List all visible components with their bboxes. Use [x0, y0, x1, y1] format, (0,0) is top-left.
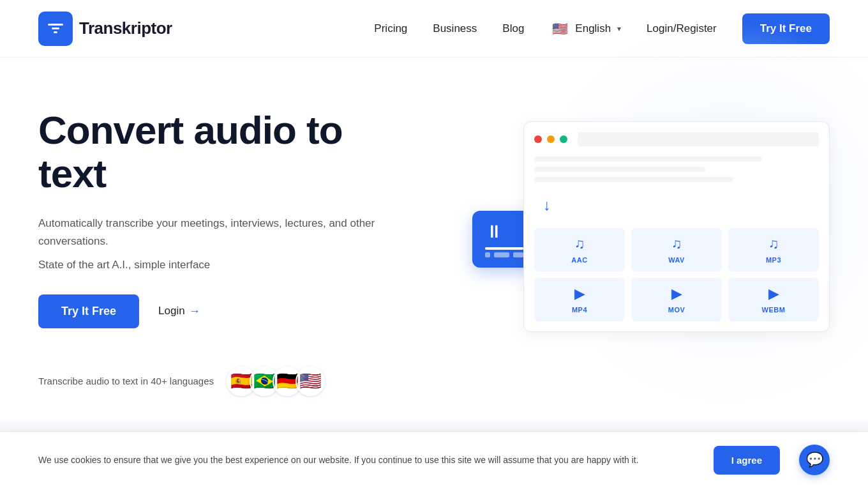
- format-grid: ♫ AAC ♫ WAV ♫ MP3 ▶ MP4 ▶ MOV: [534, 228, 819, 321]
- lang-label: English: [575, 22, 611, 35]
- chat-icon: 💬: [806, 452, 823, 468]
- nav-links: Pricing Business Blog 🇺🇸 English ▾ Login…: [374, 13, 830, 44]
- hero-illustration: ⏸: [472, 96, 830, 370]
- languages-label: Transcribe audio to text in 40+ language…: [38, 376, 214, 386]
- languages-row: Transcribe audio to text in 40+ language…: [38, 367, 408, 396]
- download-section: ↓: [534, 192, 819, 218]
- audio-icon-mp3: ♫: [768, 236, 779, 252]
- hero-state-label: State of the art A.I., simple interface: [38, 259, 408, 271]
- audio-icon: ♫: [574, 236, 585, 252]
- nav-pricing[interactable]: Pricing: [374, 22, 407, 35]
- nav-blog[interactable]: Blog: [502, 22, 524, 35]
- chat-bubble-button[interactable]: 💬: [799, 445, 830, 475]
- format-mov: ▶ MOV: [631, 278, 722, 321]
- hero-try-free-button[interactable]: Try It Free: [38, 294, 139, 328]
- flag-us: 🇺🇸: [296, 367, 325, 396]
- nav-business[interactable]: Business: [433, 22, 477, 35]
- format-aac: ♫ AAC: [534, 228, 625, 271]
- navigation: Transkriptor Pricing Business Blog 🇺🇸 En…: [0, 0, 868, 57]
- arrow-right-icon: →: [189, 305, 200, 318]
- hero-actions: Try It Free Login →: [38, 294, 408, 328]
- chevron-down-icon: ▾: [617, 24, 621, 33]
- language-selector[interactable]: 🇺🇸 English ▾: [550, 19, 621, 39]
- lines-decoration: [534, 156, 819, 182]
- hero-subtitle: Automatically transcribe your meetings, …: [38, 215, 408, 249]
- format-webm: ▶ WEBM: [728, 278, 819, 321]
- svg-rect-1: [52, 27, 59, 29]
- hero-section: Convert audio to text Automatically tran…: [0, 57, 868, 422]
- hero-login-label: Login: [158, 305, 185, 317]
- video-icon-mp4: ▶: [574, 286, 585, 302]
- lang-flag-icon: 🇺🇸: [550, 19, 570, 39]
- player-bar-fill: [485, 247, 523, 250]
- format-mp3: ♫ MP3: [728, 228, 819, 271]
- video-icon-webm: ▶: [768, 286, 779, 302]
- logo-icon: [38, 11, 73, 46]
- browser-card: ↓ ♫ AAC ♫ WAV ♫ MP3 ▶ MP: [523, 121, 830, 332]
- cookie-agree-button[interactable]: I agree: [714, 446, 780, 475]
- logo-link[interactable]: Transkriptor: [38, 11, 172, 46]
- video-icon-mov: ▶: [671, 286, 682, 302]
- browser-card-header: [534, 132, 819, 146]
- search-bar-mock: [578, 132, 819, 146]
- hero-left: Convert audio to text Automatically tran…: [38, 96, 408, 396]
- format-mp4: ▶ MP4: [534, 278, 625, 321]
- flag-group: 🇪🇸 🇧🇷 🇩🇪 🇺🇸: [227, 367, 325, 396]
- cookie-banner: We use cookies to ensure that we give yo…: [0, 431, 868, 486]
- dot-green: [560, 135, 567, 143]
- audio-icon-wav: ♫: [671, 236, 682, 252]
- login-register-link[interactable]: Login/Register: [647, 22, 717, 35]
- logo-text: Transkriptor: [79, 19, 172, 38]
- svg-rect-0: [48, 24, 63, 26]
- hero-login-link[interactable]: Login →: [158, 305, 200, 318]
- dot-red: [534, 135, 542, 143]
- dot-yellow: [547, 135, 555, 143]
- cookie-text: We use cookies to ensure that we give yo…: [38, 454, 694, 467]
- svg-rect-2: [54, 31, 57, 33]
- format-wav: ♫ WAV: [631, 228, 722, 271]
- hero-title: Convert audio to text: [38, 109, 408, 195]
- nav-try-free-button[interactable]: Try It Free: [742, 13, 830, 44]
